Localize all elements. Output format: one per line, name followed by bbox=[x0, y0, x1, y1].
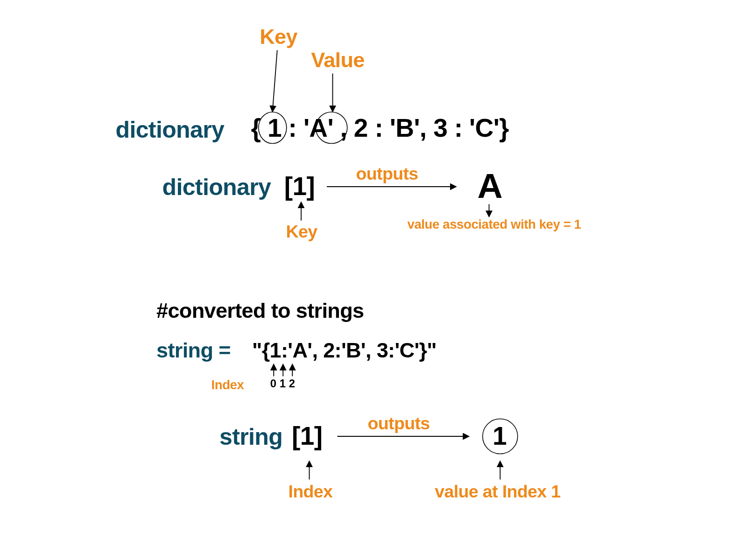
string-output-arrow bbox=[0, 0, 747, 525]
outputs-label-2: outputs bbox=[368, 413, 430, 434]
string-output-1: 1 bbox=[493, 421, 507, 451]
index-label-bottom: Index bbox=[289, 482, 333, 502]
value-at-index-label: value at Index 1 bbox=[435, 482, 560, 502]
